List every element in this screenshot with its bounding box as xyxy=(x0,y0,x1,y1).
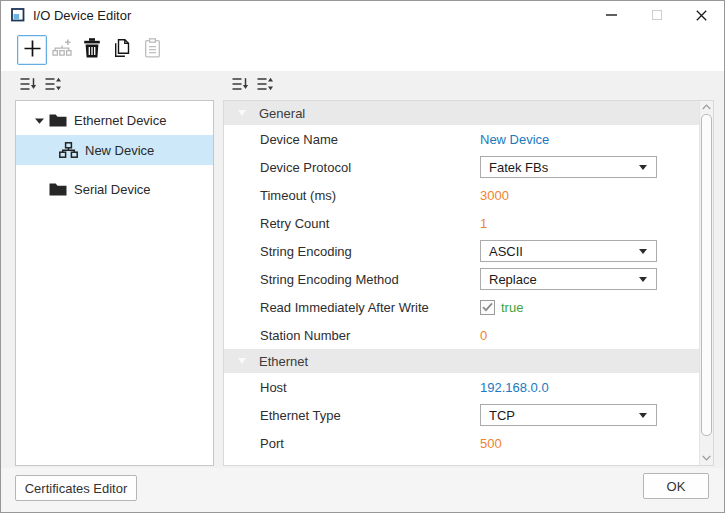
folder-icon xyxy=(49,114,67,127)
host-value[interactable]: 192.168.0.0 xyxy=(480,380,549,395)
vertical-scrollbar[interactable] xyxy=(699,101,713,465)
close-button[interactable] xyxy=(679,1,724,29)
read-after-write-checkbox[interactable] xyxy=(480,300,495,315)
property-row-device-protocol: Device Protocol Fatek FBs xyxy=(224,153,699,181)
dropdown-value: ASCII xyxy=(489,244,523,259)
property-row-device-name: Device Name New Device xyxy=(224,125,699,153)
property-row-retry-count: Retry Count 1 xyxy=(224,209,699,237)
paste-button[interactable] xyxy=(137,35,167,65)
dropdown-value: Replace xyxy=(489,272,537,287)
property-row-string-encoding-method: String Encoding Method Replace xyxy=(224,265,699,293)
window-controls xyxy=(589,1,724,29)
network-device-icon xyxy=(59,142,78,158)
section-caret-icon xyxy=(238,110,246,116)
section-header-ethernet[interactable]: Ethernet xyxy=(224,349,699,373)
property-grid: General Device Name New Device Device Pr… xyxy=(223,100,714,466)
add-station-icon xyxy=(51,38,73,62)
ethernet-type-dropdown[interactable]: TCP xyxy=(480,404,657,426)
property-label: String Encoding Method xyxy=(260,272,399,287)
dropdown-value: Fatek FBs xyxy=(489,160,548,175)
property-label: Host xyxy=(260,380,287,395)
tree-item-ethernet-device[interactable]: Ethernet Device xyxy=(16,106,213,135)
section-title: Ethernet xyxy=(259,354,308,369)
section-header-general[interactable]: General xyxy=(224,101,699,125)
property-row-string-encoding: String Encoding ASCII xyxy=(224,237,699,265)
section-title: General xyxy=(259,106,305,121)
footer: Certificates Editor OK xyxy=(1,468,724,512)
tree-item-label: Serial Device xyxy=(74,182,151,197)
maximize-icon xyxy=(652,10,662,20)
property-row-ethernet-type: Ethernet Type TCP xyxy=(224,401,699,429)
props-panel-toolbar xyxy=(231,76,274,92)
main-area: Ethernet Device New Device Serial D xyxy=(1,71,724,468)
tree-panel-toolbar xyxy=(19,76,62,92)
plus-icon xyxy=(23,39,42,62)
maximize-button[interactable] xyxy=(634,1,679,29)
folder-icon xyxy=(49,183,67,196)
certificates-editor-button[interactable]: Certificates Editor xyxy=(15,475,137,501)
scrollbar-thumb[interactable] xyxy=(701,114,712,436)
property-label: Retry Count xyxy=(260,216,329,231)
property-label: Station Number xyxy=(260,328,350,343)
copy-button[interactable] xyxy=(107,35,137,65)
device-protocol-dropdown[interactable]: Fatek FBs xyxy=(480,156,657,178)
copy-icon xyxy=(112,38,132,62)
retry-count-value[interactable]: 1 xyxy=(480,216,487,231)
dropdown-value: TCP xyxy=(489,408,515,423)
io-device-editor-window: I/O Device Editor xyxy=(0,0,725,513)
ok-button[interactable]: OK xyxy=(643,473,709,499)
property-grid-content: General Device Name New Device Device Pr… xyxy=(224,101,699,465)
tree-item-new-device[interactable]: New Device xyxy=(16,135,213,165)
toolbar xyxy=(1,29,724,71)
tree-item-label: New Device xyxy=(85,143,154,158)
collapse-all-icon[interactable] xyxy=(19,76,37,92)
string-encoding-method-dropdown[interactable]: Replace xyxy=(480,268,657,290)
titlebar: I/O Device Editor xyxy=(1,1,724,29)
property-label: Device Name xyxy=(260,132,338,147)
paste-icon xyxy=(144,38,161,62)
window-title: I/O Device Editor xyxy=(33,8,131,23)
property-row-host: Host 192.168.0.0 xyxy=(224,373,699,401)
add-device-button[interactable] xyxy=(17,35,47,65)
property-label: Port xyxy=(260,436,284,451)
property-label: Timeout (ms) xyxy=(260,188,336,203)
chevron-down-icon xyxy=(639,413,647,418)
property-label: String Encoding xyxy=(260,244,352,259)
property-row-station-number: Station Number 0 xyxy=(224,321,699,349)
port-value[interactable]: 500 xyxy=(480,436,502,451)
scrollbar-up-button[interactable] xyxy=(700,104,713,110)
expander-caret-icon[interactable] xyxy=(35,118,45,124)
tree-item-label: Ethernet Device xyxy=(74,113,167,128)
device-tree: Ethernet Device New Device Serial D xyxy=(15,100,214,466)
add-station-button[interactable] xyxy=(47,35,77,65)
trash-icon xyxy=(83,38,101,62)
timeout-value[interactable]: 3000 xyxy=(480,188,509,203)
tree-item-serial-device[interactable]: Serial Device xyxy=(16,175,213,204)
property-row-port: Port 500 xyxy=(224,429,699,457)
chevron-down-icon xyxy=(639,165,647,170)
expand-all-icon[interactable] xyxy=(256,76,274,92)
app-logo-icon xyxy=(11,8,25,22)
chevron-down-icon xyxy=(639,277,647,282)
station-number-value[interactable]: 0 xyxy=(480,328,487,343)
collapse-all-icon[interactable] xyxy=(231,76,249,92)
string-encoding-dropdown[interactable]: ASCII xyxy=(480,240,657,262)
chevron-down-icon xyxy=(639,249,647,254)
minimize-button[interactable] xyxy=(589,1,634,29)
property-row-timeout: Timeout (ms) 3000 xyxy=(224,181,699,209)
scrollbar-down-button[interactable] xyxy=(700,455,713,461)
property-label: Device Protocol xyxy=(260,160,351,175)
property-label: Ethernet Type xyxy=(260,408,341,423)
read-after-write-value: true xyxy=(501,300,523,315)
device-name-value[interactable]: New Device xyxy=(480,132,549,147)
property-row-read-after-write: Read Immediately After Write true xyxy=(224,293,699,321)
section-caret-icon xyxy=(238,358,246,364)
expand-all-icon[interactable] xyxy=(44,76,62,92)
property-label: Read Immediately After Write xyxy=(260,300,429,315)
delete-button[interactable] xyxy=(77,35,107,65)
